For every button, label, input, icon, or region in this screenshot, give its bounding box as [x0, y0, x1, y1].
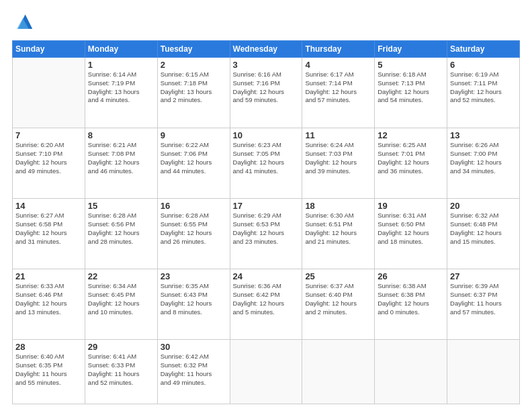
day-info: Sunrise: 6:34 AM Sunset: 6:45 PM Dayligh… [88, 282, 154, 316]
calendar-cell: 21Sunrise: 6:33 AM Sunset: 6:46 PM Dayli… [13, 269, 85, 340]
calendar-header-row: SundayMondayTuesdayWednesdayThursdayFrid… [13, 41, 520, 58]
calendar-cell [302, 340, 375, 404]
day-number: 15 [88, 201, 154, 211]
day-info: Sunrise: 6:39 AM Sunset: 6:37 PM Dayligh… [450, 282, 517, 316]
calendar-week-3: 14Sunrise: 6:27 AM Sunset: 6:58 PM Dayli… [13, 199, 520, 269]
day-info: Sunrise: 6:29 AM Sunset: 6:53 PM Dayligh… [233, 212, 300, 246]
calendar-week-1: 1Sunrise: 6:14 AM Sunset: 7:19 PM Daylig… [13, 58, 520, 128]
day-info: Sunrise: 6:16 AM Sunset: 7:16 PM Dayligh… [233, 71, 300, 105]
calendar-cell: 29Sunrise: 6:41 AM Sunset: 6:33 PM Dayli… [85, 340, 157, 404]
day-info: Sunrise: 6:18 AM Sunset: 7:13 PM Dayligh… [378, 71, 444, 105]
calendar-cell: 2Sunrise: 6:15 AM Sunset: 7:18 PM Daylig… [157, 58, 230, 128]
calendar-cell: 18Sunrise: 6:30 AM Sunset: 6:51 PM Dayli… [302, 199, 375, 269]
calendar-cell: 17Sunrise: 6:29 AM Sunset: 6:53 PM Dayli… [230, 199, 302, 269]
day-number: 30 [161, 342, 227, 352]
day-number: 12 [378, 130, 444, 140]
day-number: 18 [305, 201, 371, 211]
day-number: 26 [378, 271, 444, 281]
day-info: Sunrise: 6:40 AM Sunset: 6:35 PM Dayligh… [15, 353, 82, 387]
day-number: 23 [161, 271, 227, 281]
calendar-cell: 9Sunrise: 6:22 AM Sunset: 7:06 PM Daylig… [157, 128, 230, 199]
calendar-cell: 16Sunrise: 6:28 AM Sunset: 6:55 PM Dayli… [157, 199, 230, 269]
day-number: 2 [161, 60, 227, 70]
calendar-header-tuesday: Tuesday [157, 41, 230, 58]
day-number: 25 [305, 271, 371, 281]
calendar-cell: 27Sunrise: 6:39 AM Sunset: 6:37 PM Dayli… [447, 269, 520, 340]
calendar-cell [230, 340, 302, 404]
day-info: Sunrise: 6:35 AM Sunset: 6:43 PM Dayligh… [161, 282, 227, 316]
calendar-cell: 1Sunrise: 6:14 AM Sunset: 7:19 PM Daylig… [85, 58, 157, 128]
calendar-cell: 22Sunrise: 6:34 AM Sunset: 6:45 PM Dayli… [85, 269, 157, 340]
calendar-cell: 24Sunrise: 6:36 AM Sunset: 6:42 PM Dayli… [230, 269, 302, 340]
calendar-cell: 3Sunrise: 6:16 AM Sunset: 7:16 PM Daylig… [230, 58, 302, 128]
day-number: 8 [88, 130, 154, 140]
day-number: 11 [305, 130, 371, 140]
calendar-cell: 8Sunrise: 6:21 AM Sunset: 7:08 PM Daylig… [85, 128, 157, 199]
day-info: Sunrise: 6:25 AM Sunset: 7:01 PM Dayligh… [378, 141, 444, 175]
calendar-cell: 14Sunrise: 6:27 AM Sunset: 6:58 PM Dayli… [13, 199, 85, 269]
calendar-cell: 23Sunrise: 6:35 AM Sunset: 6:43 PM Dayli… [157, 269, 230, 340]
calendar-cell: 25Sunrise: 6:37 AM Sunset: 6:40 PM Dayli… [302, 269, 375, 340]
calendar-table: SundayMondayTuesdayWednesdayThursdayFrid… [12, 40, 520, 404]
calendar-header-monday: Monday [85, 41, 157, 58]
calendar-header-wednesday: Wednesday [230, 41, 302, 58]
calendar-cell: 10Sunrise: 6:23 AM Sunset: 7:05 PM Dayli… [230, 128, 302, 199]
day-number: 22 [88, 271, 154, 281]
day-number: 21 [15, 271, 82, 281]
day-number: 5 [378, 60, 444, 70]
calendar-header-saturday: Saturday [447, 41, 520, 58]
day-info: Sunrise: 6:31 AM Sunset: 6:50 PM Dayligh… [378, 212, 444, 246]
calendar-cell: 11Sunrise: 6:24 AM Sunset: 7:03 PM Dayli… [302, 128, 375, 199]
day-number: 19 [378, 201, 444, 211]
day-info: Sunrise: 6:20 AM Sunset: 7:10 PM Dayligh… [15, 141, 82, 175]
calendar-cell: 20Sunrise: 6:32 AM Sunset: 6:48 PM Dayli… [447, 199, 520, 269]
day-info: Sunrise: 6:27 AM Sunset: 6:58 PM Dayligh… [15, 212, 82, 246]
calendar-cell: 4Sunrise: 6:17 AM Sunset: 7:14 PM Daylig… [302, 58, 375, 128]
day-info: Sunrise: 6:26 AM Sunset: 7:00 PM Dayligh… [450, 141, 517, 175]
calendar-cell [447, 340, 520, 404]
day-info: Sunrise: 6:19 AM Sunset: 7:11 PM Dayligh… [450, 71, 517, 105]
day-number: 16 [161, 201, 227, 211]
day-number: 13 [450, 130, 517, 140]
calendar-week-4: 21Sunrise: 6:33 AM Sunset: 6:46 PM Dayli… [13, 269, 520, 340]
day-info: Sunrise: 6:33 AM Sunset: 6:46 PM Dayligh… [15, 282, 82, 316]
day-number: 29 [88, 342, 154, 352]
calendar-cell: 7Sunrise: 6:20 AM Sunset: 7:10 PM Daylig… [13, 128, 85, 199]
calendar-cell [13, 58, 85, 128]
logo [12, 12, 36, 34]
calendar-cell: 6Sunrise: 6:19 AM Sunset: 7:11 PM Daylig… [447, 58, 520, 128]
day-info: Sunrise: 6:14 AM Sunset: 7:19 PM Dayligh… [88, 71, 154, 105]
logo-icon [12, 12, 34, 34]
header [12, 12, 520, 34]
calendar-cell: 12Sunrise: 6:25 AM Sunset: 7:01 PM Dayli… [375, 128, 447, 199]
day-info: Sunrise: 6:28 AM Sunset: 6:56 PM Dayligh… [88, 212, 154, 246]
day-info: Sunrise: 6:38 AM Sunset: 6:38 PM Dayligh… [378, 282, 444, 316]
day-info: Sunrise: 6:21 AM Sunset: 7:08 PM Dayligh… [88, 141, 154, 175]
calendar-cell: 5Sunrise: 6:18 AM Sunset: 7:13 PM Daylig… [375, 58, 447, 128]
day-number: 27 [450, 271, 517, 281]
day-number: 9 [161, 130, 227, 140]
day-number: 4 [305, 60, 371, 70]
day-info: Sunrise: 6:28 AM Sunset: 6:55 PM Dayligh… [161, 212, 227, 246]
day-info: Sunrise: 6:32 AM Sunset: 6:48 PM Dayligh… [450, 212, 517, 246]
calendar-cell: 28Sunrise: 6:40 AM Sunset: 6:35 PM Dayli… [13, 340, 85, 404]
calendar-header-sunday: Sunday [13, 41, 85, 58]
day-number: 17 [233, 201, 300, 211]
day-info: Sunrise: 6:22 AM Sunset: 7:06 PM Dayligh… [161, 141, 227, 175]
calendar-cell: 19Sunrise: 6:31 AM Sunset: 6:50 PM Dayli… [375, 199, 447, 269]
day-info: Sunrise: 6:42 AM Sunset: 6:32 PM Dayligh… [161, 353, 227, 387]
calendar-cell [375, 340, 447, 404]
calendar-cell: 30Sunrise: 6:42 AM Sunset: 6:32 PM Dayli… [157, 340, 230, 404]
day-number: 28 [15, 342, 82, 352]
calendar-header-friday: Friday [375, 41, 447, 58]
day-number: 14 [15, 201, 82, 211]
day-info: Sunrise: 6:15 AM Sunset: 7:18 PM Dayligh… [161, 71, 227, 105]
day-number: 6 [450, 60, 517, 70]
day-info: Sunrise: 6:23 AM Sunset: 7:05 PM Dayligh… [233, 141, 300, 175]
day-number: 24 [233, 271, 300, 281]
calendar-header-thursday: Thursday [302, 41, 375, 58]
calendar-week-2: 7Sunrise: 6:20 AM Sunset: 7:10 PM Daylig… [13, 128, 520, 199]
day-number: 1 [88, 60, 154, 70]
day-info: Sunrise: 6:41 AM Sunset: 6:33 PM Dayligh… [88, 353, 154, 387]
day-info: Sunrise: 6:36 AM Sunset: 6:42 PM Dayligh… [233, 282, 300, 316]
